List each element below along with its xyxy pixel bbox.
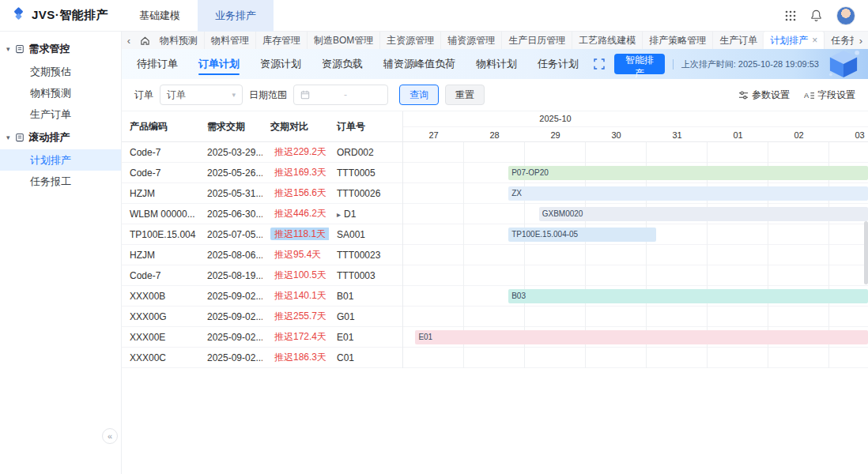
user-avatar[interactable] — [836, 6, 855, 25]
order-no-text: G01 — [337, 311, 355, 322]
order-no-text: TTT0003 — [337, 270, 376, 281]
chevron-down-icon: ▾ — [232, 91, 236, 99]
fullscreen-icon[interactable] — [589, 58, 609, 70]
sub-tab[interactable]: 资源计划 — [250, 49, 311, 79]
due-date-cell: 2025-08-06... — [199, 250, 262, 261]
nav-tab[interactable]: 任务报工 — [824, 32, 854, 49]
nav-tab[interactable]: 主资源管理 — [379, 32, 440, 49]
sidebar-item[interactable]: 任务报工 — [0, 171, 121, 192]
reset-button[interactable]: 重置 — [445, 85, 485, 105]
order-no-text: D1 — [344, 209, 356, 220]
delay-cell: 推迟186.3天 — [262, 351, 329, 364]
nav-scroll-left-icon[interactable]: ‹ — [122, 35, 136, 47]
order-no-cell: TTT00026 — [329, 188, 403, 199]
sub-tab[interactable]: 资源负载 — [311, 49, 373, 79]
table-row[interactable]: XXX00B2025-09-02...推迟140.1天B01 — [122, 286, 402, 307]
gantt-bar[interactable]: GXBM0020 — [539, 207, 868, 221]
delay-badge: 推迟169.3天 — [270, 166, 329, 179]
top-tab[interactable]: 业务排产 — [198, 0, 274, 32]
nav-tab[interactable]: 库存管理 — [255, 32, 307, 49]
order-select[interactable]: 订单 ▾ — [160, 85, 243, 105]
tab-close-icon[interactable]: × — [812, 35, 817, 46]
gantt-day-label: 31 — [647, 127, 708, 141]
nav-tab[interactable]: 工艺路线建模 — [572, 32, 642, 49]
delay-badge: 推迟172.4天 — [270, 330, 329, 343]
product-code-cell: HZJM — [122, 188, 199, 199]
gantt-bar[interactable]: TP100E.15.004-05 — [508, 228, 656, 242]
sub-tab[interactable]: 物料计划 — [466, 49, 527, 79]
query-button[interactable]: 查询 — [399, 85, 439, 105]
sidebar-item[interactable]: 物料预测 — [0, 82, 121, 103]
grid-header: 产品编码需求交期交期对比订单号 2025-10 2728293031010203 — [122, 111, 868, 142]
nav-tab[interactable]: 制造BOM管理 — [307, 32, 379, 49]
order-no-text: TTT0005 — [337, 167, 376, 179]
table-row[interactable]: Code-72025-08-19...推迟100.5天TTT0003 — [122, 265, 402, 286]
field-settings-button[interactable]: A 字段设置 — [804, 88, 855, 102]
delay-badge: 推迟229.2天 — [270, 145, 329, 158]
smart-schedule-button[interactable]: 智能排产 — [614, 54, 665, 74]
sidebar-item[interactable]: 交期预估 — [0, 61, 121, 82]
top-tab[interactable]: 基础建模 — [122, 0, 198, 32]
nav-tab[interactable]: 计划排产× — [764, 32, 824, 49]
delay-badge: 推迟100.5天 — [270, 269, 329, 281]
due-date-cell: 2025-09-02... — [199, 311, 262, 322]
sidebar-item[interactable]: 计划排产 — [0, 149, 121, 171]
vertical-scrollbar[interactable] — [863, 142, 868, 368]
delay-cell: 推迟229.2天 — [262, 145, 329, 159]
nav-tab[interactable]: 生产订单 — [712, 32, 764, 49]
delay-badge: 推迟156.6天 — [270, 186, 329, 199]
sub-tab[interactable]: 辅资源峰值负荷 — [373, 49, 466, 79]
nav-tab[interactable]: 生产日历管理 — [501, 32, 572, 49]
order-no-cell: B01 — [329, 291, 403, 302]
expand-row-icon[interactable]: ▸ — [337, 210, 341, 219]
due-date-cell: 2025-09-02... — [199, 291, 262, 302]
table-row[interactable]: WLBM 00000...2025-06-30...推迟446.2天▸D1 — [122, 204, 402, 224]
due-date-cell: 2025-03-29... — [199, 147, 262, 158]
table-row[interactable]: HZJM2025-05-31...推迟156.6天TTT00026 — [122, 183, 402, 204]
date-range-input[interactable]: - — [293, 85, 388, 105]
table-row[interactable]: TP100E.15.0042025-07-05...推迟118.1天SA001 — [122, 224, 402, 245]
sidebar-group-label: 需求管控 — [29, 42, 70, 56]
gantt-bar[interactable]: E01 — [415, 330, 868, 344]
sidebar-collapse-button[interactable]: « — [102, 428, 118, 444]
table-row[interactable]: XXX00E2025-09-02...推迟172.4天E01 — [122, 327, 402, 348]
apps-grid-icon[interactable] — [785, 10, 796, 21]
gantt-bar[interactable]: ZX — [508, 186, 868, 201]
scrollbar-thumb[interactable] — [864, 221, 868, 284]
sub-tab-bar: 待排订单订单计划资源计划资源负载辅资源峰值负荷物料计划任务计划 智能排产 上次排… — [122, 49, 868, 79]
nav-scroll-right-icon[interactable]: › — [854, 35, 868, 47]
sidebar-item[interactable]: 生产订单 — [0, 103, 121, 125]
sidebar-group-header[interactable]: ▾滚动排产 — [0, 125, 121, 149]
param-settings-button[interactable]: 参数设置 — [738, 88, 790, 102]
sidebar-group-header[interactable]: ▾需求管控 — [0, 36, 121, 61]
nav-tab[interactable]: 物料管理 — [204, 32, 255, 49]
nav-tab[interactable]: 辅资源管理 — [440, 32, 501, 49]
order-no-text: B01 — [337, 291, 353, 302]
product-code-cell: XXX00G — [122, 311, 199, 322]
gantt-bar[interactable]: P07-OP20 — [508, 166, 868, 180]
table-row[interactable]: XXX00G2025-09-02...推迟255.7天G01 — [122, 307, 402, 327]
nav-tab[interactable]: 物料预测 — [153, 32, 204, 49]
table-row[interactable]: HZJM2025-08-06...推迟95.4天TTT00023 — [122, 245, 402, 265]
order-no-cell: ORD002 — [329, 147, 403, 158]
table-row[interactable]: Code-72025-03-29...推迟229.2天ORD002 — [122, 142, 402, 163]
home-icon[interactable] — [136, 36, 153, 46]
date-range-label: 日期范围 — [249, 88, 287, 102]
gantt-day-label: 02 — [768, 127, 829, 141]
product-code-cell: HZJM — [122, 250, 199, 261]
column-header: 产品编码 — [122, 111, 199, 141]
last-run-time: 上次排产时间: 2025-10-28 19:09:53 — [681, 58, 819, 70]
nav-tab[interactable]: 排产策略管理 — [642, 32, 712, 49]
delay-cell: 推迟118.1天 — [262, 228, 329, 241]
gantt-bar[interactable]: B03 — [508, 289, 868, 303]
sub-tab[interactable]: 待排订单 — [126, 49, 188, 79]
table-row[interactable]: Code-72025-05-26...推迟169.3天TTT0005 — [122, 163, 402, 183]
order-no-text: SA001 — [337, 229, 365, 240]
notification-bell-icon[interactable] — [810, 9, 822, 21]
sub-tab[interactable]: 订单计划 — [188, 49, 250, 79]
order-no-cell: SA001 — [329, 229, 403, 240]
gantt-body: P07-OP20ZXGXBM0020TP100E.15.004-05B03E01 — [403, 142, 868, 368]
table-row[interactable]: XXX00C2025-09-02...推迟186.3天C01 — [122, 348, 402, 368]
sub-tab[interactable]: 任务计划 — [527, 49, 589, 79]
due-date-cell: 2025-07-05... — [199, 229, 262, 240]
